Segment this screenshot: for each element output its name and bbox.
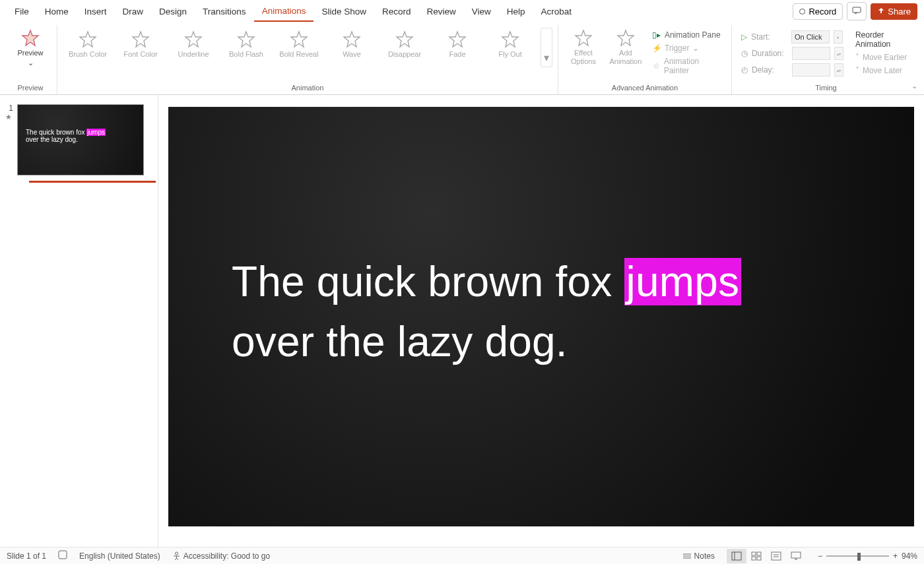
ribbon-group-animation: Brush Color Font Color Underline Bold Fl…	[57, 25, 558, 94]
svg-marker-7	[344, 32, 360, 47]
add-animation-label: Add Animation	[609, 49, 642, 66]
svg-marker-12	[618, 30, 634, 46]
animation-pane-button[interactable]: ▯▸Animation Pane	[652, 30, 722, 40]
delay-input[interactable]	[792, 63, 830, 77]
pane-icon: ▯▸	[652, 30, 661, 40]
chevron-down-icon: ⌄	[28, 59, 34, 67]
svg-marker-9	[449, 32, 465, 47]
animation-painter-button[interactable]: ☆Animation Painter	[652, 57, 722, 75]
spellcheck-icon[interactable]	[58, 550, 67, 561]
comment-icon	[852, 7, 861, 15]
svg-marker-3	[133, 32, 148, 47]
delay-spinner[interactable]: ▴▾	[834, 63, 843, 77]
slide-counter[interactable]: Slide 1 of 1	[7, 551, 46, 561]
tab-help[interactable]: Help	[499, 2, 533, 21]
thumbnail-selection-indicator	[29, 181, 156, 183]
anim-bold-flash[interactable]: Bold Flash	[221, 28, 271, 61]
share-label: Share	[888, 7, 911, 16]
chevron-down-icon: ⌄	[692, 44, 699, 53]
slideshow-view-button[interactable]	[786, 549, 806, 563]
star-icon	[290, 30, 308, 49]
svg-marker-11	[576, 30, 591, 46]
view-buttons	[727, 549, 806, 563]
text-pre: The quick brown fox	[232, 258, 624, 305]
star-icon	[501, 30, 519, 49]
ribbon-group-advanced: Effect Options Add Animation ▯▸Animation…	[558, 25, 732, 94]
notes-button[interactable]: Notes	[682, 551, 715, 561]
svg-marker-2	[80, 32, 96, 47]
zoom-in-button[interactable]: +	[893, 551, 898, 561]
tab-record[interactable]: Record	[374, 2, 419, 21]
sorter-view-button[interactable]	[746, 549, 766, 563]
share-icon	[877, 7, 885, 15]
animation-gallery-more[interactable]: ▾	[541, 28, 552, 67]
anim-wave[interactable]: Wave	[327, 28, 377, 61]
record-button[interactable]: Record	[793, 3, 843, 20]
duration-input[interactable]	[792, 47, 830, 60]
anim-fly-out[interactable]: Fly Out	[485, 28, 535, 61]
duration-spinner[interactable]: ▴▾	[834, 47, 843, 60]
tab-file[interactable]: File	[7, 2, 37, 21]
record-dot-icon	[799, 9, 805, 15]
svg-marker-5	[238, 32, 254, 47]
anim-font-color[interactable]: Font Color	[116, 28, 166, 61]
star-icon	[343, 30, 361, 49]
zoom-out-button[interactable]: −	[818, 551, 822, 561]
slide-editor[interactable]: The quick brown fox jumps over the lazy …	[158, 95, 924, 547]
language-indicator[interactable]: English (United States)	[79, 551, 160, 561]
tab-slideshow[interactable]: Slide Show	[314, 2, 374, 21]
workspace: 1 ★ The quick brown fox jumps over the l…	[0, 95, 924, 547]
zoom-value[interactable]: 94%	[902, 551, 917, 561]
star-icon	[448, 30, 467, 49]
svg-rect-0	[853, 7, 861, 13]
tab-acrobat[interactable]: Acrobat	[533, 2, 580, 21]
anim-brush-color[interactable]: Brush Color	[63, 28, 113, 61]
tab-view[interactable]: View	[464, 2, 499, 21]
comments-button[interactable]	[847, 2, 867, 20]
start-dropdown-arrow[interactable]: ▾	[834, 30, 843, 44]
tab-draw[interactable]: Draw	[115, 2, 152, 21]
preview-button[interactable]: Preview ⌄	[9, 28, 51, 69]
tab-review[interactable]: Review	[419, 2, 464, 21]
chevron-down-icon: ▾	[544, 51, 549, 64]
ribbon-group-timing: ▷ Start: On Click ▾ ◷ Duration: ▴▾ ◴ Del…	[732, 25, 920, 94]
duration-label: Duration:	[752, 49, 788, 58]
add-animation-button[interactable]: Add Animation	[606, 28, 645, 67]
star-icon	[395, 30, 414, 49]
group-label-animation: Animation	[292, 82, 324, 94]
text-highlighted: jumps	[624, 258, 742, 305]
share-button[interactable]: Share	[871, 3, 917, 20]
anim-bold-reveal[interactable]: Bold Reveal	[274, 28, 324, 61]
ribbon-collapse-button[interactable]: ⌄	[911, 82, 917, 90]
anim-underline[interactable]: Underline	[168, 28, 218, 61]
normal-view-button[interactable]	[727, 549, 746, 563]
svg-rect-18	[732, 552, 741, 560]
accessibility-indicator[interactable]: Accessibility: Good to go	[172, 551, 270, 561]
text-post: over the lazy dog.	[232, 318, 568, 365]
reading-view-button[interactable]	[766, 549, 786, 563]
status-bar: Slide 1 of 1 English (United States) Acc…	[0, 547, 924, 564]
animation-star-icon: ★	[5, 113, 13, 121]
trigger-button[interactable]: ⚡Trigger ⌄	[652, 44, 722, 53]
tab-insert[interactable]: Insert	[77, 2, 115, 21]
move-earlier-button[interactable]: ˄Move Earlier	[855, 53, 909, 62]
play-icon: ▷	[741, 32, 747, 42]
star-icon	[131, 30, 150, 49]
anim-fade[interactable]: Fade	[432, 28, 482, 61]
start-label: Start:	[751, 32, 787, 42]
zoom-slider[interactable]	[826, 555, 889, 557]
tab-design[interactable]: Design	[151, 2, 195, 21]
group-label-timing: Timing	[815, 82, 837, 94]
tab-animations[interactable]: Animations	[254, 1, 314, 22]
tab-home[interactable]: Home	[37, 2, 77, 21]
effect-options-button[interactable]: Effect Options	[564, 28, 603, 67]
slide-text[interactable]: The quick brown fox jumps over the lazy …	[232, 252, 741, 372]
slide-thumbnail-1[interactable]: The quick brown fox jumps over the lazy …	[17, 104, 144, 175]
start-dropdown[interactable]: On Click	[791, 30, 830, 44]
move-later-button[interactable]: ˅Move Later	[855, 66, 909, 75]
anim-disappear[interactable]: Disappear	[380, 28, 430, 61]
tab-transitions[interactable]: Transitions	[195, 2, 254, 21]
svg-marker-10	[502, 32, 518, 47]
slide-canvas[interactable]: The quick brown fox jumps over the lazy …	[168, 107, 914, 526]
svg-rect-22	[752, 557, 756, 560]
